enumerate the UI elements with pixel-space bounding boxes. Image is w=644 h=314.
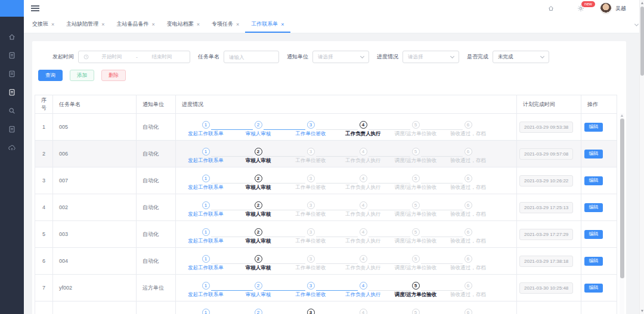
home-icon[interactable] bbox=[547, 5, 555, 12]
edit-button[interactable]: 编辑 bbox=[584, 230, 603, 239]
edit-button[interactable]: 编辑 bbox=[584, 176, 603, 185]
step-circle: 4 bbox=[360, 228, 367, 236]
step-2: 2审核人审核 bbox=[232, 148, 284, 164]
step-5: 5调度/运方单位验收 bbox=[389, 201, 442, 218]
cell-notify-unit: 运方单位 bbox=[137, 275, 176, 301]
search-icon[interactable] bbox=[0, 101, 24, 120]
close-icon[interactable]: × bbox=[281, 21, 284, 27]
cell-task-name: 006 bbox=[53, 141, 137, 167]
tab-1[interactable]: 主站缺陷管理× bbox=[60, 17, 110, 33]
step-4: 4工作负责人执行 bbox=[337, 309, 389, 314]
table-scrollbar-thumb[interactable] bbox=[620, 119, 624, 278]
scroll-up-icon[interactable] bbox=[621, 114, 623, 117]
step-circle: 6 bbox=[465, 201, 472, 209]
settings-gear-icon[interactable]: new bbox=[577, 5, 584, 12]
tab-0[interactable]: 交接班× bbox=[26, 17, 60, 33]
step-circle: 5 bbox=[412, 175, 420, 182]
home-icon[interactable] bbox=[0, 27, 24, 46]
document-icon[interactable] bbox=[0, 64, 24, 83]
tab-label: 主站备品备件 bbox=[117, 20, 149, 28]
scroll-up-icon[interactable] bbox=[641, 2, 643, 4]
step-5: 5调度/运方单位验收 bbox=[389, 255, 442, 272]
step-circle: 1 bbox=[202, 201, 210, 209]
planned-time: 2021-03-29 10:26:22 bbox=[519, 175, 573, 186]
cell-task-name: yf002 bbox=[53, 275, 137, 301]
step-circle: 3 bbox=[307, 148, 315, 156]
step-label: 工作负责人执行 bbox=[337, 184, 389, 191]
tab-label: 专项任务 bbox=[212, 20, 233, 28]
step-label: 工作单位签收 bbox=[284, 211, 337, 218]
step-2: 2审核人审核 bbox=[232, 228, 284, 245]
step-label: 发起工作联系单 bbox=[179, 130, 232, 138]
edit-button[interactable]: 编辑 bbox=[584, 284, 603, 293]
step-1: 1发起工作联系单 bbox=[179, 175, 232, 191]
notify-unit-select[interactable]: 请选择 bbox=[312, 51, 369, 63]
cell-index: 2 bbox=[35, 141, 53, 167]
step-label: 工作负责人执行 bbox=[337, 130, 389, 138]
tab-3[interactable]: 变电站档案× bbox=[161, 17, 206, 33]
step-circle: 3 bbox=[307, 309, 315, 314]
add-button[interactable]: 添加 bbox=[70, 70, 94, 81]
step-circle: 4 bbox=[360, 175, 367, 182]
step-label: 调度/运方单位验收 bbox=[389, 291, 442, 299]
step-label: 审核人审核 bbox=[232, 211, 284, 218]
progress-stepper: 1发起工作联系单2审核人审核3工作单位签收4工作负责人执行5调度/运方单位验收6… bbox=[176, 116, 516, 138]
tab-5[interactable]: 工作联系单× bbox=[245, 17, 290, 33]
menu-toggle-icon[interactable] bbox=[31, 5, 39, 11]
step-circle: 2 bbox=[255, 121, 262, 129]
progress-stepper: 1发起工作联系单2审核人审核3工作单位签收4工作负责人执行5调度/运方单位验收6… bbox=[176, 250, 516, 272]
edit-button[interactable]: 编辑 bbox=[584, 203, 603, 212]
complete-select[interactable]: 未完成 bbox=[493, 51, 549, 63]
progress-stepper: 1发起工作联系单2审核人审核3工作单位签收4工作负责人执行5调度/运方单位验收6… bbox=[176, 223, 516, 245]
planned-time: 2021-03-29 17:25:13 bbox=[519, 202, 573, 213]
step-label: 发起工作联系单 bbox=[179, 238, 232, 245]
tab-4[interactable]: 专项任务× bbox=[206, 17, 245, 33]
cell-task-name: 002 bbox=[53, 194, 137, 221]
step-circle: 1 bbox=[202, 255, 210, 263]
sidebar bbox=[0, 0, 24, 314]
progress-select[interactable]: 请选择 bbox=[402, 51, 459, 63]
close-icon[interactable]: × bbox=[51, 21, 54, 27]
close-icon[interactable]: × bbox=[101, 21, 104, 27]
tab-label: 变电站档案 bbox=[167, 20, 194, 28]
cell-index: 7 bbox=[35, 275, 53, 301]
document-icon[interactable] bbox=[0, 120, 24, 138]
chevron-down-icon bbox=[450, 54, 454, 58]
sidebar-nav bbox=[0, 17, 24, 157]
cloud-upload-icon[interactable] bbox=[0, 138, 24, 157]
edit-button[interactable]: 编辑 bbox=[584, 150, 603, 158]
step-circle: 6 bbox=[465, 255, 472, 263]
planned-time: 2021-03-29 09:53:38 bbox=[519, 122, 573, 133]
step-6: 6验收通过，存档 bbox=[442, 282, 494, 299]
app-logo[interactable] bbox=[0, 0, 24, 17]
clock-icon bbox=[83, 54, 89, 60]
step-label: 工作单位签收 bbox=[284, 157, 337, 164]
tab-2[interactable]: 主站备品备件× bbox=[111, 17, 161, 33]
tab-label: 工作联系单 bbox=[251, 20, 278, 28]
delete-button[interactable]: 删除 bbox=[101, 70, 126, 81]
edit-button[interactable]: 编辑 bbox=[584, 257, 603, 266]
document-icon[interactable] bbox=[0, 83, 24, 101]
filter-row: 发起时间 开始时间 - 结束时间 任务单名 通知单位 请选择 bbox=[32, 41, 626, 63]
page-scrollbar-thumb[interactable] bbox=[640, 7, 644, 76]
document-icon[interactable] bbox=[0, 46, 24, 64]
close-icon[interactable]: × bbox=[236, 21, 239, 27]
close-icon[interactable]: × bbox=[197, 21, 200, 27]
task-name-input[interactable] bbox=[224, 51, 279, 63]
scroll-down-icon[interactable] bbox=[641, 310, 643, 312]
step-circle: 3 bbox=[307, 175, 315, 182]
step-label: 发起工作联系单 bbox=[179, 184, 232, 191]
user-name[interactable]: 吴越 bbox=[615, 5, 626, 13]
page: new 吴越 交接班×主站缺陷管理×主站备品备件×变电站档案×专项任务×工作联系… bbox=[0, 0, 644, 314]
date-range-input[interactable]: 开始时间 - 结束时间 bbox=[78, 51, 190, 63]
table-row: 7yf002运方单位1发起工作联系单2审核人审核3工作单位签收4工作负责人执行5… bbox=[35, 275, 617, 301]
step-circle: 3 bbox=[307, 228, 315, 236]
avatar[interactable] bbox=[600, 2, 612, 14]
close-icon[interactable]: × bbox=[152, 21, 155, 27]
step-label: 工作单位签收 bbox=[284, 184, 337, 191]
step-2: 2审核人审核 bbox=[232, 121, 284, 138]
step-label: 工作负责人执行 bbox=[337, 211, 389, 218]
edit-button[interactable]: 编辑 bbox=[584, 123, 603, 132]
query-button[interactable]: 查询 bbox=[38, 70, 63, 81]
progress-stepper: 1发起工作联系单2审核人审核3工作单位签收4工作负责人执行5调度/运方单位验收6… bbox=[176, 197, 516, 218]
